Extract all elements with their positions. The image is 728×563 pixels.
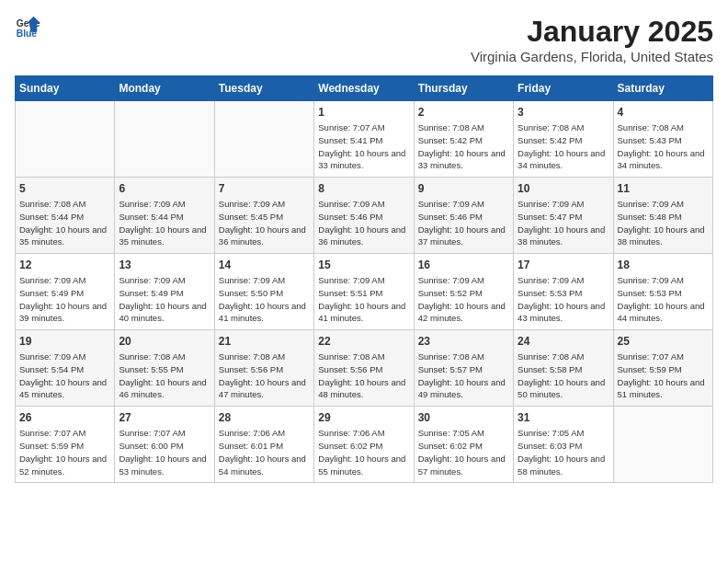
day-info: Sunrise: 7:09 AMSunset: 5:53 PMDaylight:…	[618, 274, 709, 325]
day-cell: 13Sunrise: 7:09 AMSunset: 5:49 PMDayligh…	[115, 254, 214, 330]
day-number: 14	[219, 259, 310, 271]
day-info: Sunrise: 7:07 AMSunset: 5:59 PMDaylight:…	[19, 427, 110, 477]
day-number: 22	[318, 335, 409, 348]
day-cell: 14Sunrise: 7:09 AMSunset: 5:50 PMDayligh…	[214, 254, 313, 330]
day-cell: 9Sunrise: 7:09 AMSunset: 5:46 PMDaylight…	[414, 178, 513, 254]
day-info: Sunrise: 7:05 AMSunset: 6:02 PMDaylight:…	[418, 427, 509, 477]
calendar-table: SundayMondayTuesdayWednesdayThursdayFrid…	[15, 75, 713, 483]
day-cell: 11Sunrise: 7:09 AMSunset: 5:48 PMDayligh…	[613, 178, 712, 254]
day-info: Sunrise: 7:09 AMSunset: 5:46 PMDaylight:…	[418, 198, 509, 248]
day-info: Sunrise: 7:09 AMSunset: 5:44 PMDaylight:…	[119, 198, 210, 248]
day-cell: 22Sunrise: 7:08 AMSunset: 5:56 PMDayligh…	[314, 330, 414, 407]
day-cell: 23Sunrise: 7:08 AMSunset: 5:57 PMDayligh…	[414, 330, 513, 407]
day-number: 10	[518, 182, 609, 195]
day-info: Sunrise: 7:07 AMSunset: 5:59 PMDaylight:…	[618, 350, 709, 401]
day-info: Sunrise: 7:09 AMSunset: 5:46 PMDaylight:…	[318, 198, 409, 248]
day-number: 6	[119, 182, 210, 195]
day-number: 19	[19, 335, 110, 348]
day-cell: 25Sunrise: 7:07 AMSunset: 5:59 PMDayligh…	[613, 330, 712, 407]
day-cell: 12Sunrise: 7:09 AMSunset: 5:49 PMDayligh…	[16, 254, 115, 330]
day-info: Sunrise: 7:07 AMSunset: 6:00 PMDaylight:…	[119, 427, 210, 477]
day-cell: 3Sunrise: 7:08 AMSunset: 5:42 PMDaylight…	[514, 101, 613, 178]
day-info: Sunrise: 7:08 AMSunset: 5:44 PMDaylight:…	[19, 198, 110, 248]
day-number: 1	[318, 106, 409, 119]
day-number: 21	[219, 335, 310, 348]
day-info: Sunrise: 7:08 AMSunset: 5:42 PMDaylight:…	[418, 121, 509, 172]
day-cell: 6Sunrise: 7:09 AMSunset: 5:44 PMDaylight…	[115, 178, 214, 254]
day-info: Sunrise: 7:06 AMSunset: 6:02 PMDaylight:…	[318, 427, 409, 477]
day-number: 23	[418, 335, 509, 348]
day-info: Sunrise: 7:08 AMSunset: 5:55 PMDaylight:…	[119, 350, 210, 401]
day-info: Sunrise: 7:09 AMSunset: 5:48 PMDaylight:…	[618, 198, 709, 248]
day-info: Sunrise: 7:09 AMSunset: 5:49 PMDaylight:…	[119, 274, 210, 325]
col-header-tuesday: Tuesday	[214, 76, 313, 101]
day-number: 29	[318, 411, 409, 424]
day-info: Sunrise: 7:09 AMSunset: 5:51 PMDaylight:…	[318, 274, 409, 325]
day-cell: 31Sunrise: 7:05 AMSunset: 6:03 PMDayligh…	[514, 407, 613, 483]
day-info: Sunrise: 7:08 AMSunset: 5:56 PMDaylight:…	[219, 350, 310, 401]
day-info: Sunrise: 7:08 AMSunset: 5:58 PMDaylight:…	[518, 350, 609, 401]
day-number: 9	[418, 182, 509, 195]
day-number: 27	[119, 411, 210, 424]
day-number: 26	[19, 411, 110, 424]
col-header-wednesday: Wednesday	[314, 76, 414, 101]
day-info: Sunrise: 7:09 AMSunset: 5:47 PMDaylight:…	[518, 198, 609, 248]
col-header-sunday: Sunday	[16, 76, 115, 101]
day-cell: 10Sunrise: 7:09 AMSunset: 5:47 PMDayligh…	[514, 178, 613, 254]
calendar-header-row: SundayMondayTuesdayWednesdayThursdayFrid…	[16, 76, 713, 101]
week-row-4: 19Sunrise: 7:09 AMSunset: 5:54 PMDayligh…	[16, 330, 713, 407]
day-cell: 28Sunrise: 7:06 AMSunset: 6:01 PMDayligh…	[214, 407, 313, 483]
day-info: Sunrise: 7:05 AMSunset: 6:03 PMDaylight:…	[518, 427, 609, 477]
day-cell: 21Sunrise: 7:08 AMSunset: 5:56 PMDayligh…	[214, 330, 313, 407]
logo: General Blue	[15, 15, 40, 40]
day-number: 20	[119, 335, 210, 348]
day-number: 16	[418, 259, 509, 271]
day-info: Sunrise: 7:07 AMSunset: 5:41 PMDaylight:…	[318, 121, 409, 172]
day-info: Sunrise: 7:09 AMSunset: 5:52 PMDaylight:…	[418, 274, 509, 325]
day-number: 13	[119, 259, 210, 271]
day-number: 3	[518, 106, 609, 119]
day-cell: 16Sunrise: 7:09 AMSunset: 5:52 PMDayligh…	[414, 254, 513, 330]
day-number: 11	[618, 182, 709, 195]
day-number: 25	[618, 335, 709, 348]
day-info: Sunrise: 7:08 AMSunset: 5:57 PMDaylight:…	[418, 350, 509, 401]
day-cell: 20Sunrise: 7:08 AMSunset: 5:55 PMDayligh…	[115, 330, 214, 407]
day-info: Sunrise: 7:09 AMSunset: 5:54 PMDaylight:…	[19, 350, 110, 401]
week-row-3: 12Sunrise: 7:09 AMSunset: 5:49 PMDayligh…	[16, 254, 713, 330]
day-info: Sunrise: 7:08 AMSunset: 5:43 PMDaylight:…	[618, 121, 709, 172]
day-number: 18	[618, 259, 709, 271]
day-number: 5	[19, 182, 110, 195]
day-cell: 5Sunrise: 7:08 AMSunset: 5:44 PMDaylight…	[16, 178, 115, 254]
week-row-1: 1Sunrise: 7:07 AMSunset: 5:41 PMDaylight…	[16, 101, 713, 178]
col-header-monday: Monday	[115, 76, 214, 101]
logo-icon: General Blue	[15, 15, 40, 40]
day-cell: 1Sunrise: 7:07 AMSunset: 5:41 PMDaylight…	[314, 101, 414, 178]
day-cell: 17Sunrise: 7:09 AMSunset: 5:53 PMDayligh…	[514, 254, 613, 330]
day-info: Sunrise: 7:09 AMSunset: 5:53 PMDaylight:…	[518, 274, 609, 325]
day-cell: 2Sunrise: 7:08 AMSunset: 5:42 PMDaylight…	[414, 101, 513, 178]
title-block: January 2025 Virginia Gardens, Florida, …	[471, 15, 713, 64]
day-number: 8	[318, 182, 409, 195]
week-row-5: 26Sunrise: 7:07 AMSunset: 5:59 PMDayligh…	[16, 407, 713, 483]
day-info: Sunrise: 7:06 AMSunset: 6:01 PMDaylight:…	[219, 427, 310, 477]
day-number: 2	[418, 106, 509, 119]
week-row-2: 5Sunrise: 7:08 AMSunset: 5:44 PMDaylight…	[16, 178, 713, 254]
day-number: 7	[219, 182, 310, 195]
day-cell: 18Sunrise: 7:09 AMSunset: 5:53 PMDayligh…	[613, 254, 712, 330]
day-cell: 26Sunrise: 7:07 AMSunset: 5:59 PMDayligh…	[16, 407, 115, 483]
day-cell: 4Sunrise: 7:08 AMSunset: 5:43 PMDaylight…	[613, 101, 712, 178]
day-cell: 24Sunrise: 7:08 AMSunset: 5:58 PMDayligh…	[514, 330, 613, 407]
day-cell	[214, 101, 313, 178]
day-number: 17	[518, 259, 609, 271]
calendar-title: January 2025	[471, 15, 713, 49]
day-cell	[115, 101, 214, 178]
day-cell	[16, 101, 115, 178]
day-cell	[613, 407, 712, 483]
day-cell: 19Sunrise: 7:09 AMSunset: 5:54 PMDayligh…	[16, 330, 115, 407]
day-cell: 27Sunrise: 7:07 AMSunset: 6:00 PMDayligh…	[115, 407, 214, 483]
day-number: 30	[418, 411, 509, 424]
day-info: Sunrise: 7:08 AMSunset: 5:56 PMDaylight:…	[318, 350, 409, 401]
col-header-thursday: Thursday	[414, 76, 513, 101]
day-number: 12	[19, 259, 110, 271]
day-info: Sunrise: 7:09 AMSunset: 5:49 PMDaylight:…	[19, 274, 110, 325]
